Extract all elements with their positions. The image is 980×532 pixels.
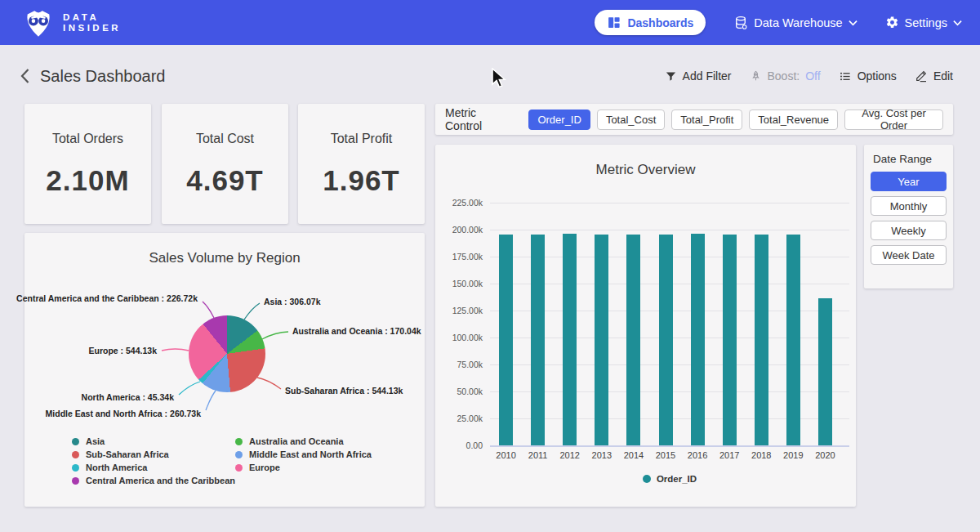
legend-label: Europe: [249, 463, 280, 472]
rocket-icon: [750, 69, 762, 83]
kpi-value: 2.10M: [46, 164, 129, 197]
kpi-card-total-orders: Total Orders 2.10M: [24, 104, 151, 224]
settings-menu[interactable]: Settings: [885, 16, 962, 29]
date-range-option-weekly[interactable]: Weekly: [871, 221, 947, 240]
pie-callout-asia: Asia : 306.07k: [264, 297, 320, 306]
dashboards-button[interactable]: Dashboards: [595, 10, 706, 35]
add-filter-button[interactable]: Add Filter: [665, 69, 732, 83]
metric-option-total-profit[interactable]: Total_Profit: [671, 110, 742, 130]
x-axis-tick: 2010: [490, 450, 522, 460]
pie-callout-australia-and-oceania: Australia and Oceania : 170.04k: [292, 326, 421, 336]
bar-2016[interactable]: [691, 234, 705, 445]
x-axis-tick: 2020: [809, 450, 841, 460]
chevron-down-icon: [849, 20, 858, 26]
legend-label: Middle East and North Africa: [249, 449, 372, 459]
boost-toggle[interactable]: Boost: Off: [750, 69, 821, 83]
dashboard-icon: [607, 16, 621, 29]
bar-chart-title: Metric Overview: [435, 162, 856, 178]
metric-options: Order_IDTotal_CostTotal_ProfitTotal_Reve…: [528, 110, 943, 130]
metric-overview-chart: Metric Overview 0.0025.00k50.00k75.00k10…: [435, 145, 856, 507]
sales-by-region-chart: Sales Volume by Region Asia : 306.07kAus…: [24, 233, 425, 507]
database-icon: [733, 16, 748, 30]
bar-2013[interactable]: [595, 235, 608, 445]
bar-2018[interactable]: [755, 235, 768, 445]
pie-chart[interactable]: [189, 315, 265, 392]
brand[interactable]: DATA INSIDER: [23, 7, 121, 38]
legend-label: Order_ID: [657, 474, 697, 484]
legend-dot: [643, 475, 651, 483]
metric-option-total-cost[interactable]: Total_Cost: [597, 110, 665, 130]
legend-label: Sub-Saharan Africa: [86, 449, 169, 459]
y-axis-tick: 0.00: [435, 440, 483, 450]
bar-2011[interactable]: [531, 235, 545, 445]
data-warehouse-menu[interactable]: Data Warehouse: [733, 16, 857, 30]
pie-callout-europe: Europe : 544.13k: [89, 346, 157, 355]
pie-legend-north-america[interactable]: North America: [72, 463, 147, 472]
kpi-label: Total Cost: [196, 132, 254, 146]
legend-label: Asia: [86, 436, 105, 446]
x-axis-tick: 2015: [649, 450, 681, 460]
y-axis-tick: 150.00k: [435, 279, 483, 288]
x-axis-tick: 2013: [586, 450, 617, 460]
pie-legend-asia[interactable]: Asia: [72, 436, 105, 446]
gear-icon: [885, 16, 899, 29]
legend-dot: [235, 464, 243, 472]
pie-legend-europe[interactable]: Europe: [235, 463, 280, 472]
pie-callout-north-america: North America : 45.34k: [82, 392, 174, 402]
page-title: Sales Dashboard: [40, 67, 165, 86]
top-navbar: DATA INSIDER Dashboards: [0, 0, 980, 45]
pie-chart-title: Sales Volume by Region: [24, 250, 425, 266]
back-button[interactable]: [20, 68, 30, 84]
legend-dot: [72, 451, 79, 458]
y-axis-tick: 175.00k: [435, 252, 483, 262]
edit-button[interactable]: Edit: [915, 69, 953, 83]
bar-2015[interactable]: [659, 235, 673, 445]
bar-2014[interactable]: [626, 235, 640, 445]
gridline: [490, 203, 849, 203]
date-range-option-year[interactable]: Year: [871, 172, 947, 191]
metric-control-label: Metric Control: [445, 106, 514, 132]
y-axis-tick: 125.00k: [435, 306, 483, 315]
legend-label: Central America and the Caribbean: [86, 476, 235, 485]
bar-2019[interactable]: [786, 235, 800, 445]
date-range-panel: Date Range YearMonthlyWeeklyWeek Date: [864, 145, 953, 288]
gridline: [490, 230, 849, 230]
metric-option-avg-cost-per-order[interactable]: Avg. Cost per Order: [844, 110, 943, 130]
bar-2017[interactable]: [723, 235, 737, 445]
date-range-options: YearMonthlyWeeklyWeek Date: [871, 172, 947, 265]
chevron-down-icon: [953, 20, 962, 26]
boost-label: Boost:: [768, 69, 800, 83]
metric-option-order-id[interactable]: Order_ID: [528, 110, 590, 130]
settings-label: Settings: [905, 16, 947, 29]
metric-option-total-revenue[interactable]: Total_Revenue: [749, 110, 838, 130]
date-range-option-monthly[interactable]: Monthly: [871, 196, 947, 216]
bar-2010[interactable]: [499, 235, 513, 445]
metric-control-bar: Metric Control Order_IDTotal_CostTotal_P…: [435, 104, 953, 135]
y-axis-tick: 100.00k: [435, 333, 483, 342]
legend-label: North America: [86, 463, 147, 472]
y-axis-tick: 75.00k: [435, 360, 483, 369]
date-range-option-week-date[interactable]: Week Date: [871, 245, 947, 265]
brand-line2: INSIDER: [63, 23, 121, 34]
pie-legend-middle-east-and-north-africa[interactable]: Middle East and North Africa: [235, 449, 372, 459]
bar-2012[interactable]: [563, 234, 577, 445]
bar-2020[interactable]: [818, 298, 832, 445]
bar-chart-legend[interactable]: Order_ID: [490, 474, 849, 484]
edit-label: Edit: [933, 69, 953, 83]
toolbar-actions: Add Filter Boost: Off: [665, 69, 953, 83]
x-axis-tick: 2018: [746, 450, 777, 460]
boost-state: Off: [805, 69, 820, 83]
data-warehouse-label: Data Warehouse: [754, 16, 842, 29]
owl-logo-icon: [23, 7, 54, 38]
pie-legend-central-america-and-the-caribbean[interactable]: Central America and the Caribbean: [72, 476, 235, 485]
add-filter-label: Add Filter: [683, 69, 732, 83]
x-axis-tick: 2012: [554, 450, 586, 460]
x-axis-tick: 2017: [714, 450, 746, 460]
legend-dot: [72, 464, 79, 472]
x-axis-tick: 2019: [777, 450, 809, 460]
pie-legend-sub-saharan-africa[interactable]: Sub-Saharan Africa: [72, 449, 169, 459]
options-button[interactable]: Options: [839, 69, 897, 83]
pie-legend-australia-and-oceania[interactable]: Australia and Oceania: [235, 436, 344, 446]
y-axis-tick: 50.00k: [435, 387, 483, 396]
legend-dot: [72, 438, 79, 445]
